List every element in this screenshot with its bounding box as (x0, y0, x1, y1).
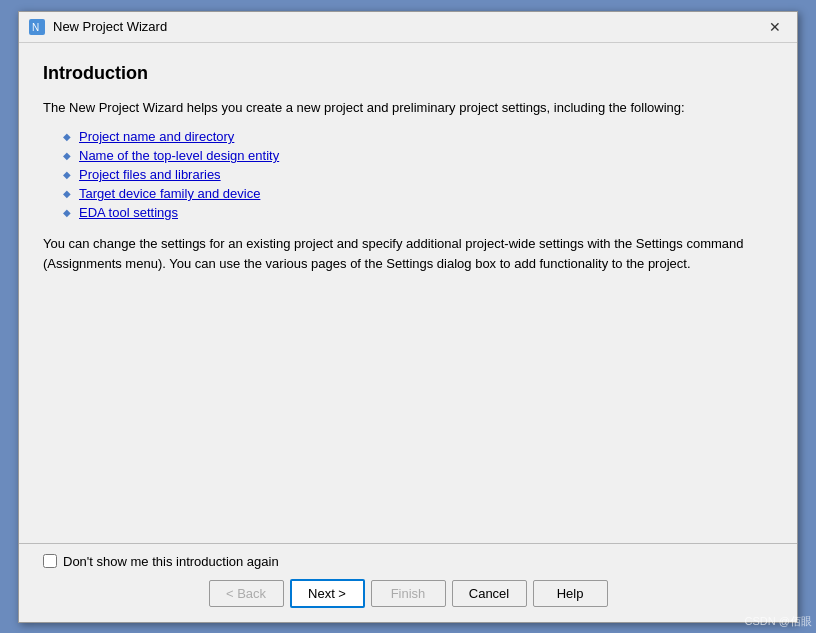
title-bar: N New Project Wizard ✕ (19, 12, 797, 43)
wizard-icon: N (29, 19, 45, 35)
title-bar-left: N New Project Wizard (29, 19, 167, 35)
new-project-wizard-dialog: N New Project Wizard ✕ Introduction The … (18, 11, 798, 623)
list-item: ◆Project files and libraries (43, 167, 773, 182)
bullet-diamond-icon: ◆ (63, 188, 71, 199)
bullet-text[interactable]: Project files and libraries (79, 167, 221, 182)
bullet-diamond-icon: ◆ (63, 207, 71, 218)
bullet-list: ◆Project name and directory◆Name of the … (43, 129, 773, 220)
list-item: ◆Project name and directory (43, 129, 773, 144)
bullet-text[interactable]: Name of the top-level design entity (79, 148, 279, 163)
content-area: Introduction The New Project Wizard help… (19, 43, 797, 543)
checkbox-row: Don't show me this introduction again (43, 554, 773, 569)
finish-button[interactable]: Finish (371, 580, 446, 607)
bullet-diamond-icon: ◆ (63, 131, 71, 142)
bullet-text[interactable]: Project name and directory (79, 129, 234, 144)
next-button[interactable]: Next > (290, 579, 365, 608)
footer-area: Don't show me this introduction again < … (19, 543, 797, 622)
button-row: < Back Next > Finish Cancel Help (43, 579, 773, 612)
back-button[interactable]: < Back (209, 580, 284, 607)
dialog-title: New Project Wizard (53, 19, 167, 34)
page-title: Introduction (43, 63, 773, 84)
cancel-button[interactable]: Cancel (452, 580, 527, 607)
bullet-text[interactable]: Target device family and device (79, 186, 260, 201)
help-button[interactable]: Help (533, 580, 608, 607)
bullet-diamond-icon: ◆ (63, 150, 71, 161)
list-item: ◆Name of the top-level design entity (43, 148, 773, 163)
bullet-diamond-icon: ◆ (63, 169, 71, 180)
svg-text:N: N (32, 22, 39, 33)
outro-text: You can change the settings for an exist… (43, 234, 773, 273)
close-button[interactable]: ✕ (763, 18, 787, 36)
list-item: ◆Target device family and device (43, 186, 773, 201)
list-item: ◆EDA tool settings (43, 205, 773, 220)
intro-text: The New Project Wizard helps you create … (43, 98, 773, 118)
dont-show-label[interactable]: Don't show me this introduction again (63, 554, 279, 569)
watermark: CSDN @佰眼 (745, 614, 812, 629)
bullet-text[interactable]: EDA tool settings (79, 205, 178, 220)
dont-show-checkbox[interactable] (43, 554, 57, 568)
